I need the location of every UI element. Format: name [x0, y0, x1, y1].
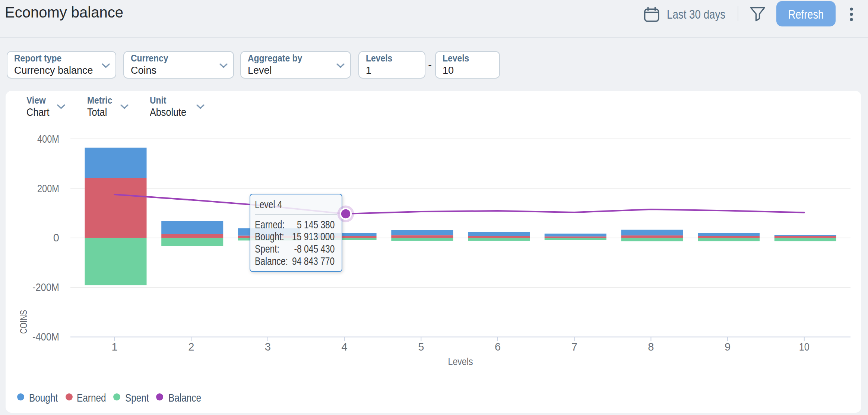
svg-text:5: 5	[418, 341, 424, 353]
svg-text:10: 10	[799, 341, 810, 353]
svg-text:3: 3	[265, 341, 271, 353]
svg-text:0: 0	[53, 232, 59, 244]
svg-text:COINS: COINS	[18, 310, 29, 334]
svg-text:6: 6	[495, 341, 501, 353]
svg-text:7: 7	[571, 341, 577, 353]
svg-text:2: 2	[188, 341, 194, 353]
svg-text:4: 4	[342, 341, 348, 353]
svg-text:-400M: -400M	[32, 331, 59, 343]
svg-text:200M: 200M	[37, 183, 59, 194]
svg-text:Levels: Levels	[448, 356, 473, 367]
svg-text:1: 1	[111, 341, 117, 353]
svg-text:8: 8	[648, 341, 654, 353]
svg-text:9: 9	[725, 341, 731, 353]
svg-text:400M: 400M	[37, 133, 59, 145]
svg-text:-200M: -200M	[32, 281, 59, 293]
